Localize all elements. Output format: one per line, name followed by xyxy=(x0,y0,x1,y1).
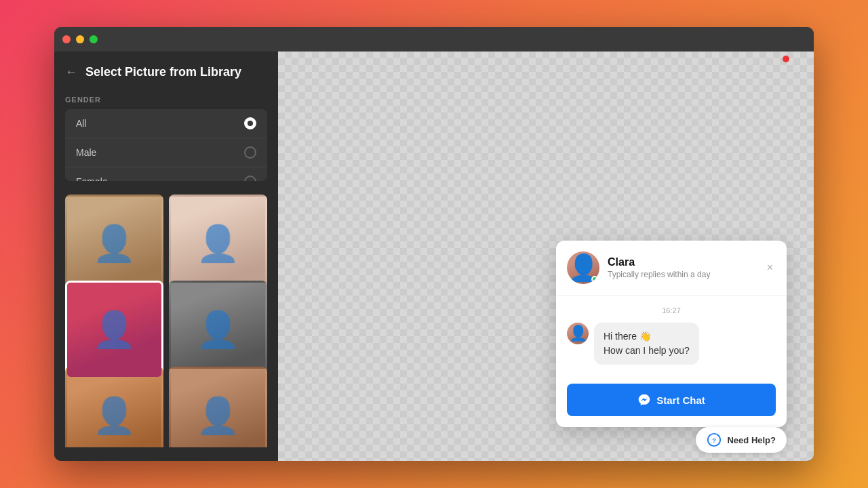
filter-all-label: All xyxy=(76,118,87,129)
left-panel: ← Select Picture from Library GENDER All… xyxy=(54,52,278,461)
message-avatar: 👤 xyxy=(567,323,589,344)
minimize-dot[interactable] xyxy=(76,35,84,43)
app-window: ← Select Picture from Library GENDER All… xyxy=(54,27,814,461)
filter-all[interactable]: All xyxy=(65,109,267,138)
filter-female[interactable]: Female xyxy=(65,167,267,181)
gender-filter-label: GENDER xyxy=(65,96,267,104)
photo-item-4[interactable]: 👤 xyxy=(169,281,267,379)
messenger-icon xyxy=(637,393,651,407)
gender-filter-group: All Male Female xyxy=(65,109,267,181)
titlebar xyxy=(54,27,814,52)
agent-name: Clara xyxy=(608,256,756,268)
chat-bubble: Hi there 👋 How can I help you? xyxy=(594,323,699,365)
agent-status: Typically replies within a day xyxy=(608,270,756,279)
panel-header: ← Select Picture from Library xyxy=(65,65,267,79)
agent-info: Clara Typically replies within a day xyxy=(608,256,756,279)
svg-text:?: ? xyxy=(713,437,717,444)
back-button[interactable]: ← xyxy=(65,65,77,79)
chat-header: 👤 Clara Typically replies within a day × xyxy=(556,241,787,296)
agent-avatar: 👤 xyxy=(567,251,599,284)
photo-item-5[interactable]: 👤 xyxy=(65,367,163,447)
photo-grid: 👤 👤 👤 👤 xyxy=(65,195,267,447)
right-panel: 👤 Clara Typically replies within a day ×… xyxy=(278,52,814,461)
filter-male[interactable]: Male xyxy=(65,138,267,167)
main-content: ← Select Picture from Library GENDER All… xyxy=(54,52,814,461)
online-indicator xyxy=(591,276,598,283)
photo-item-3[interactable]: 👤 xyxy=(65,281,163,379)
panel-title: Select Picture from Library xyxy=(85,65,241,79)
filter-all-radio[interactable] xyxy=(244,117,256,129)
photo-item-6[interactable]: 👤 xyxy=(169,367,267,447)
need-help-button[interactable]: ? Need Help? xyxy=(696,427,787,453)
filter-female-label: Female xyxy=(76,176,108,181)
chat-body: 16:27 👤 Hi there 👋 How can I help you? xyxy=(556,296,787,375)
filter-female-radio[interactable] xyxy=(244,176,256,181)
chat-body-text: How can I help you? xyxy=(604,344,690,358)
chat-close-button[interactable]: × xyxy=(764,259,776,277)
close-dot[interactable] xyxy=(62,35,71,43)
start-chat-button[interactable]: Start Chat xyxy=(567,384,776,416)
photo-item-1[interactable]: 👤 xyxy=(65,195,163,293)
photo-item-2[interactable]: 👤 xyxy=(169,195,267,293)
chat-message: 👤 Hi there 👋 How can I help you? xyxy=(567,323,776,365)
chat-timestamp: 16:27 xyxy=(567,306,776,314)
need-help-icon: ? xyxy=(707,432,722,447)
need-help-label: Need Help? xyxy=(727,435,776,445)
notification-dot xyxy=(783,56,789,62)
filter-male-radio[interactable] xyxy=(244,146,256,159)
chat-greeting: Hi there 👋 xyxy=(604,329,690,344)
maximize-dot[interactable] xyxy=(90,35,98,43)
chat-footer: Start Chat xyxy=(556,375,787,427)
filter-male-label: Male xyxy=(76,147,96,158)
chat-widget: 👤 Clara Typically replies within a day ×… xyxy=(556,241,787,427)
start-chat-label: Start Chat xyxy=(656,394,705,406)
